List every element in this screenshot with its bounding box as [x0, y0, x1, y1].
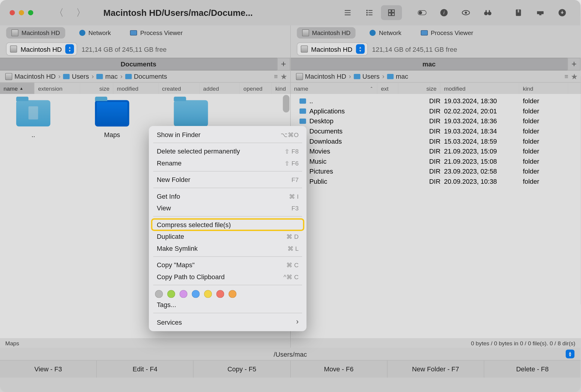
ctx-compress[interactable]: Compress selected file(s) — [152, 219, 304, 230]
col-name[interactable]: name▲ — [0, 83, 34, 94]
archive-icon[interactable] — [508, 5, 529, 20]
col-extension[interactable]: extension — [34, 83, 80, 94]
footer-button[interactable]: Delete - F8 — [484, 361, 581, 378]
list-row[interactable]: MoviesDIR21.09.2023, 15:09folder — [290, 146, 581, 156]
list-row[interactable]: DocumentsDIR19.03.2024, 18:34folder — [290, 126, 581, 136]
favorite-icon[interactable]: ★ — [280, 72, 287, 81]
source-network-tab[interactable]: Network — [74, 27, 116, 39]
col-opened[interactable]: opened — [240, 83, 272, 94]
ctx-delete-perm[interactable]: Delete selected permanently⇧ F8 — [149, 145, 306, 157]
add-tab-button-r[interactable]: + — [568, 58, 581, 70]
file-name: Desktop — [309, 117, 383, 125]
folder-item[interactable]: .. — [11, 100, 55, 138]
list-row[interactable]: MusicDIR21.09.2023, 15:08folder — [290, 156, 581, 166]
view-list-icon[interactable] — [337, 5, 358, 20]
breadcrumb-item[interactable]: Users — [354, 73, 380, 80]
ctx-copy-named[interactable]: Copy "Maps"⌘ C — [149, 259, 306, 271]
ctx-view[interactable]: ViewF3 — [149, 202, 306, 214]
zoom-window-button[interactable] — [28, 10, 34, 16]
folder-tab[interactable]: Documents — [0, 58, 277, 70]
source-disk-tab-r[interactable]: Macintosh HD — [297, 27, 356, 39]
tag-color-dot[interactable] — [229, 290, 236, 298]
col-created[interactable]: created — [158, 83, 199, 94]
col-modified[interactable]: modified — [114, 83, 159, 94]
list-row[interactable]: DownloadsDIR15.03.2024, 18:59folder — [290, 136, 581, 146]
path-history-button[interactable]: ▲▼ — [566, 350, 574, 358]
list-row[interactable]: ApplicationsDIR02.02.2024, 20:01folder — [290, 106, 581, 116]
footer-button[interactable]: View - F3 — [0, 361, 97, 378]
ctx-rename[interactable]: Rename⇧ F6 — [149, 157, 306, 169]
volume-picker[interactable]: Macintosh HD▲▼ — [6, 42, 77, 56]
col-kind[interactable]: kind — [272, 83, 290, 94]
source-process-label: Process Viewer — [140, 29, 183, 36]
add-tab-button[interactable]: + — [277, 58, 290, 70]
info-icon[interactable]: i — [433, 5, 454, 20]
tag-color-dot[interactable] — [216, 290, 224, 298]
ctx-services[interactable]: Services› — [149, 315, 306, 329]
footer-button[interactable]: New Folder - F7 — [387, 361, 484, 378]
col-kind[interactable]: kind — [519, 83, 568, 94]
source-network-tab-r[interactable]: Network — [364, 27, 407, 39]
ctx-duplicate[interactable]: Duplicate⌘ D — [149, 230, 306, 242]
footer-button[interactable]: Move - F6 — [290, 361, 387, 378]
right-pane[interactable]: ..DIR19.03.2024, 18:30folderApplications… — [290, 94, 581, 338]
breadcrumb-item[interactable]: mac — [96, 73, 118, 80]
ctx-get-info[interactable]: Get Info⌘ I — [149, 190, 306, 202]
folder-tab-r[interactable]: mac — [290, 58, 568, 70]
list-row[interactable]: PicturesDIR23.09.2023, 02:58folder — [290, 166, 581, 177]
col-modified[interactable]: modified — [441, 83, 519, 94]
scrollbar-thumb[interactable] — [283, 95, 289, 112]
col-name[interactable]: name⌃ — [290, 83, 377, 94]
footer-button[interactable]: Copy - F5 — [194, 361, 290, 378]
svg-point-7 — [367, 14, 367, 15]
folder-icon — [95, 100, 129, 127]
ctx-copy-path[interactable]: Copy Path to Clipboard^⌘ C — [149, 271, 306, 282]
ctx-show-finder[interactable]: Show in Finder⌥⌘O — [149, 129, 306, 140]
server-icon[interactable] — [530, 5, 551, 20]
ctx-new-folder[interactable]: New FolderF7 — [149, 174, 306, 185]
tag-color-dot[interactable] — [155, 290, 163, 298]
breadcrumb-item[interactable]: Macintosh HD — [5, 73, 56, 80]
toggle-icon[interactable] — [411, 5, 432, 20]
list-row[interactable]: PublicDIR20.09.2023, 10:38folder — [290, 176, 581, 186]
source-process-tab[interactable]: Process Viewer — [125, 27, 188, 39]
col-size[interactable]: size — [80, 83, 114, 94]
breadcrumb-item[interactable]: mac — [387, 73, 408, 80]
favorite-icon[interactable]: ★ — [571, 72, 578, 81]
back-button[interactable]: 〈 — [54, 6, 64, 19]
list-mode-icon[interactable]: ≡ — [274, 73, 278, 80]
col-size[interactable]: size — [398, 83, 440, 94]
tag-color-dot[interactable] — [167, 290, 175, 298]
forward-button[interactable]: 〉 — [76, 6, 86, 19]
ctx-symlink[interactable]: Make Symlink⌘ L — [149, 242, 306, 254]
list-row[interactable]: DesktopDIR19.03.2024, 18:36folder — [290, 116, 581, 126]
view-grid-icon[interactable] — [381, 5, 402, 20]
tag-color-dot[interactable] — [204, 290, 212, 298]
breadcrumb-item[interactable]: Users — [63, 73, 89, 80]
source-process-tab-r[interactable]: Process Viewer — [415, 27, 479, 39]
volume-picker-r[interactable]: Macintosh HD▲▼ — [297, 42, 368, 56]
footer-button[interactable]: Edit - F4 — [97, 361, 193, 378]
folder-item[interactable]: Maps — [90, 100, 134, 138]
tag-color-dot[interactable] — [192, 290, 199, 298]
list-mode-icon[interactable]: ≡ — [565, 73, 568, 80]
binoculars-icon[interactable] — [477, 5, 498, 20]
close-window-button[interactable] — [10, 10, 15, 16]
col-ext[interactable]: ext — [377, 83, 398, 94]
file-kind: folder — [523, 137, 570, 145]
path-row: /Users/mac ▲▼ — [0, 348, 581, 360]
col-added[interactable]: added — [200, 83, 240, 94]
col-spacer — [568, 83, 581, 94]
breadcrumb-item[interactable]: Macintosh HD — [296, 73, 346, 80]
tag-color-dot[interactable] — [179, 290, 187, 298]
view-detail-icon[interactable] — [359, 5, 380, 20]
list-row[interactable]: ..DIR19.03.2024, 18:30folder — [290, 96, 581, 106]
breadcrumb-item[interactable]: Documents — [125, 73, 167, 80]
ctx-tags[interactable]: Tags... — [149, 299, 306, 311]
file-kind: folder — [523, 117, 570, 125]
volume-left: Macintosh HD▲▼ 121,14 GB of 245,11 GB fr… — [0, 40, 290, 58]
preview-icon[interactable] — [455, 5, 476, 20]
source-disk-tab[interactable]: Macintosh HD — [6, 27, 65, 39]
download-icon[interactable] — [552, 5, 573, 20]
minimize-window-button[interactable] — [19, 10, 24, 16]
